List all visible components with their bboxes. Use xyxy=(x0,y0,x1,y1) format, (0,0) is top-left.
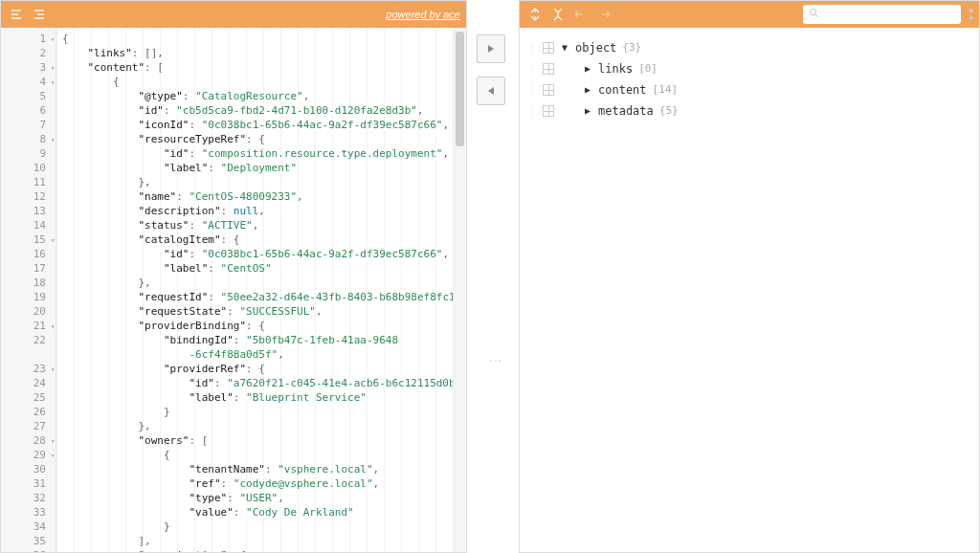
search-box[interactable] xyxy=(803,5,961,24)
line-number: 22 xyxy=(5,333,46,362)
indent-left-icon[interactable] xyxy=(7,5,26,24)
table-icon[interactable] xyxy=(543,105,554,117)
code-line[interactable]: "requestState": "SUCCESSFUL", xyxy=(62,304,453,319)
code-line[interactable]: "organization": { xyxy=(62,548,453,552)
search-input[interactable] xyxy=(823,9,955,20)
code-line[interactable]: "content": [ xyxy=(62,60,453,75)
code-line[interactable]: }, xyxy=(62,419,453,433)
tree-node-label: content xyxy=(598,79,647,100)
fold-icon[interactable]: ▾ xyxy=(51,61,56,76)
line-number: 2 xyxy=(5,46,46,60)
code-line[interactable]: "type": "USER", xyxy=(62,491,453,505)
code-line[interactable]: "label": "CentOS" xyxy=(62,261,453,276)
code-line[interactable]: "catalogItem": { xyxy=(62,232,453,247)
code-line[interactable]: { xyxy=(62,32,453,46)
code-line[interactable]: "requestId": "50ee2a32-d64e-43fb-8403-b6… xyxy=(62,290,453,304)
scrollbar-thumb[interactable] xyxy=(456,32,464,146)
transfer-right-button[interactable] xyxy=(477,34,505,63)
code-line[interactable]: "@type": "CatalogResource", xyxy=(62,89,453,103)
fold-icon[interactable]: ▾ xyxy=(51,363,56,377)
code-line[interactable]: "links": [], xyxy=(62,46,453,60)
fold-icon[interactable]: ▾ xyxy=(51,449,56,463)
left-toolbar: powered by ace xyxy=(1,1,466,28)
code-line[interactable]: }, xyxy=(62,276,453,290)
redo-icon[interactable] xyxy=(594,5,613,24)
powered-by-link[interactable]: powered by ace xyxy=(386,9,460,20)
tree-node-meta: [0] xyxy=(638,58,657,79)
chevron-right-icon[interactable]: ▶ xyxy=(585,58,598,79)
code-line[interactable]: ], xyxy=(62,534,453,548)
collapse-all-icon[interactable] xyxy=(548,5,568,24)
resize-handle-icon[interactable]: ⋮ xyxy=(488,354,503,371)
code-line[interactable]: "resourceTypeRef": { xyxy=(62,132,453,146)
code-line[interactable]: "name": "CentOS-48009233", xyxy=(62,189,453,204)
code-line[interactable]: "value": "Cody De Arkland" xyxy=(62,505,453,520)
code-line[interactable]: "label": "Blueprint Service" xyxy=(62,390,453,405)
code-line[interactable]: "status": "ACTIVE", xyxy=(62,218,453,232)
code-line[interactable]: { xyxy=(62,448,453,462)
drag-handle-icon[interactable]: ⋮⋮ xyxy=(527,58,539,79)
line-number: 8▾ xyxy=(5,132,46,146)
fold-icon[interactable]: ▾ xyxy=(51,76,56,90)
chevron-right-icon[interactable]: ▶ xyxy=(585,100,598,122)
tree-node[interactable]: ⋮⋮▶links[0] xyxy=(527,58,971,79)
code-line[interactable]: } xyxy=(62,405,453,419)
code-line[interactable]: }, xyxy=(62,175,453,189)
code-line[interactable]: } xyxy=(62,520,453,534)
fold-icon[interactable]: ▾ xyxy=(51,549,56,552)
fold-icon[interactable]: ▾ xyxy=(51,133,56,147)
code-line[interactable]: "ref": "codyde@vsphere.local", xyxy=(62,476,453,491)
tree-node[interactable]: ⋮⋮▶content[14] xyxy=(527,79,971,100)
line-number: 17 xyxy=(5,261,46,276)
fold-icon[interactable]: ▾ xyxy=(51,33,56,47)
transfer-controls xyxy=(477,34,505,105)
vertical-scrollbar[interactable] xyxy=(453,28,466,552)
fold-icon[interactable]: ▾ xyxy=(51,434,56,449)
tree-node-label: object xyxy=(575,37,616,58)
code-line[interactable]: "id": "0c038bc1-65b6-44ac-9a2f-df39ec587… xyxy=(62,247,453,261)
code-line[interactable]: "label": "Deployment" xyxy=(62,161,453,175)
chevron-right-icon[interactable]: ▶ xyxy=(585,79,598,100)
line-number: 28▾ xyxy=(5,433,46,448)
fold-icon[interactable]: ▾ xyxy=(51,233,56,248)
table-icon[interactable] xyxy=(543,63,554,75)
code-line[interactable]: "id": "cb5d5ca9-fbd2-4d71-b100-d120fa2e8… xyxy=(62,103,453,118)
line-number: 23▾ xyxy=(5,362,46,376)
undo-icon[interactable] xyxy=(571,5,590,24)
code-line[interactable]: "providerBinding": { xyxy=(62,319,453,333)
code-editor[interactable]: 1▾23▾4▾5678▾9101112131415▾161718192021▾2… xyxy=(1,28,466,552)
line-number: 11 xyxy=(5,175,46,189)
table-icon[interactable] xyxy=(543,84,554,96)
line-number: 4▾ xyxy=(5,75,46,89)
chevron-down-icon[interactable]: ▼ xyxy=(562,37,575,58)
drag-handle-icon[interactable]: ⋮⋮ xyxy=(527,100,539,122)
drag-handle-icon[interactable]: ⋮⋮ xyxy=(527,37,539,58)
tree-node-label: links xyxy=(598,58,633,79)
code-line[interactable]: "bindingId": "5b0fb47c-1feb-41aa-9648 -6… xyxy=(62,333,453,362)
fold-icon[interactable]: ▾ xyxy=(51,320,56,334)
line-number: 32 xyxy=(5,491,46,505)
transfer-left-button[interactable] xyxy=(477,77,505,105)
tree-node[interactable]: ⋮⋮▼object{3} xyxy=(527,37,971,58)
code-line[interactable]: { xyxy=(62,75,453,89)
drag-handle-icon[interactable]: ⋮⋮ xyxy=(527,79,539,100)
indent-right-icon[interactable] xyxy=(30,5,49,24)
expand-all-icon[interactable] xyxy=(525,5,545,24)
line-number: 10 xyxy=(5,161,46,175)
code-line[interactable]: "iconId": "0c038bc1-65b6-44ac-9a2f-df39e… xyxy=(62,118,453,132)
line-number: 20 xyxy=(5,304,46,319)
sort-icon[interactable]: ▼▲ xyxy=(969,9,973,20)
code-line[interactable]: "id": "a7620f21-c045-41e4-acb6-b6c12115d… xyxy=(62,376,453,390)
json-tree[interactable]: ⋮⋮▼object{3}⋮⋮▶links[0]⋮⋮▶content[14]⋮⋮▶… xyxy=(520,28,979,552)
code-line[interactable]: "description": null, xyxy=(62,204,453,218)
code-line[interactable]: "providerRef": { xyxy=(62,362,453,376)
table-icon[interactable] xyxy=(543,42,554,54)
code-line[interactable]: "id": "composition.resource.type.deploym… xyxy=(62,146,453,161)
code-line[interactable]: "tenantName": "vsphere.local", xyxy=(62,462,453,476)
line-number: 34 xyxy=(5,520,46,534)
code-content[interactable]: { "links": [], "content": [ { "@type": "… xyxy=(56,28,453,552)
code-line[interactable]: "owners": [ xyxy=(62,433,453,448)
tree-node[interactable]: ⋮⋮▶metadata{5} xyxy=(527,100,971,122)
line-number: 12 xyxy=(5,189,46,204)
line-number: 7 xyxy=(5,118,46,132)
